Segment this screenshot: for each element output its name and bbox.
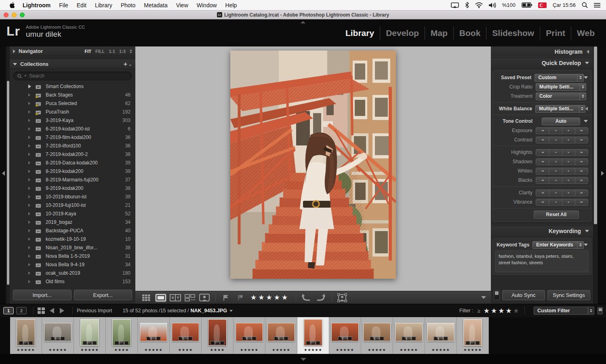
expand-collection-icon[interactable] — [28, 85, 32, 88]
keyword-badge-icon[interactable] — [210, 341, 215, 345]
quick-develop-header[interactable]: Quick Develop — [491, 58, 593, 68]
keyword-tags-mode-select[interactable]: Enter Keywords — [532, 241, 584, 249]
thumbnail-rating[interactable]: ★★★★★ — [265, 348, 297, 352]
decrease-large-button[interactable]: ◂◂ — [536, 137, 549, 143]
collection-name[interactable]: Old films — [46, 279, 65, 284]
right-panel-edge[interactable] — [598, 46, 606, 304]
collection-row[interactable]: Nova Bella 9-4-1934 — [10, 260, 135, 269]
increase-button[interactable]: ▸ — [562, 149, 575, 156]
collection-name[interactable]: Backstage-PUCA — [46, 228, 83, 234]
white-balance-section-caret-icon[interactable] — [585, 107, 588, 111]
collection-name[interactable]: Back Stages — [46, 92, 73, 98]
thumbnail-rating[interactable]: ★★★★★ — [42, 348, 74, 352]
thumbnail-rating[interactable]: ★★★★ — [170, 348, 201, 352]
thumbnail-photo[interactable] — [17, 319, 35, 346]
thumbnail-rating[interactable]: ★★★★★ — [10, 348, 42, 352]
increase-large-button[interactable]: ▸▸ — [575, 137, 588, 143]
collection-name[interactable]: Smart Collections — [46, 84, 84, 89]
menu-view[interactable]: View — [176, 2, 188, 8]
module-library[interactable]: Library — [340, 27, 380, 40]
expand-collection-icon[interactable] — [28, 127, 32, 130]
collection-name[interactable]: 6-2019-kodak200-ist — [46, 126, 90, 132]
close-window-button[interactable] — [4, 13, 8, 17]
stepper-icon[interactable] — [579, 105, 585, 112]
zoom-mode-1:3[interactable]: 1:3 — [119, 49, 126, 54]
expand-collection-icon[interactable] — [28, 93, 32, 97]
thumbnail-photo[interactable] — [363, 323, 391, 341]
collection-row[interactable]: 7-2019-kodak200-236 — [10, 150, 135, 158]
keyword-badge-icon[interactable] — [274, 337, 279, 341]
collection-row[interactable]: 2019_bogaz34 — [10, 218, 135, 226]
expand-collection-icon[interactable] — [28, 119, 32, 122]
collection-name[interactable]: Puca Selected — [46, 101, 77, 106]
filmstrip-filter-switch[interactable] — [598, 307, 603, 314]
develop-badge-icon[interactable] — [348, 337, 352, 341]
expand-collection-icon[interactable] — [28, 161, 32, 164]
filmstrip-thumbnail[interactable]: ★★★★★ — [42, 317, 74, 354]
toolbar-options-caret-icon[interactable] — [481, 296, 486, 299]
rotate-left-icon[interactable] — [300, 293, 312, 303]
module-print[interactable]: Print — [540, 27, 571, 40]
menu-photo[interactable]: Photo — [121, 2, 136, 8]
keyword-badge-icon[interactable] — [370, 337, 375, 341]
collection-name[interactable]: ocak_subt-2019 — [46, 270, 80, 276]
keyword-badge-icon[interactable] — [179, 337, 183, 341]
collection-row[interactable]: ocak_subt-2019180 — [10, 269, 135, 277]
expand-collection-icon[interactable] — [28, 246, 32, 249]
keyword-badge-icon[interactable] — [338, 337, 343, 341]
thumbnail-photo[interactable] — [80, 319, 99, 346]
thumbnail-photo[interactable] — [236, 323, 263, 341]
filmstrip-thumbnail[interactable]: ★★★★★ — [265, 317, 297, 354]
increase-large-button[interactable]: ▸▸ — [575, 177, 588, 183]
crop-badge-icon[interactable] — [375, 337, 379, 341]
filmstrip-thumbnail[interactable]: ★★★★★ — [329, 317, 361, 354]
go-to-grid-icon[interactable] — [38, 307, 45, 314]
increase-button[interactable]: ▸ — [562, 128, 575, 134]
develop-badge-icon[interactable] — [61, 337, 65, 341]
expand-collection-icon[interactable] — [28, 221, 32, 224]
auto-tone-button[interactable]: Auto — [542, 118, 580, 125]
keyword-badge-icon[interactable] — [466, 341, 470, 345]
crop-badge-icon[interactable] — [247, 337, 252, 341]
expand-collection-icon[interactable] — [28, 229, 32, 232]
collection-name[interactable]: 7-2019-ilford100 — [46, 143, 81, 149]
decrease-button[interactable]: ◂ — [549, 168, 562, 174]
loupe-view-button[interactable] — [155, 293, 167, 303]
filmstrip-thumbnail[interactable]: ★★★★★ — [234, 317, 265, 354]
thumbnail-rating[interactable]: ★★★★★ — [329, 348, 361, 352]
filmstrip-source[interactable]: Previous Import — [77, 308, 112, 314]
thumbnail-photo[interactable] — [331, 323, 359, 341]
bluetooth-icon[interactable] — [465, 2, 469, 8]
develop-badge-icon[interactable] — [444, 337, 448, 341]
keyword-badge-icon[interactable] — [434, 337, 438, 341]
increase-button[interactable]: ▸ — [562, 159, 575, 165]
develop-badge-icon[interactable] — [220, 341, 225, 345]
thumbnail-rating[interactable]: ★★★★★ — [393, 348, 425, 352]
keyword-tags-caret-icon[interactable] — [584, 244, 588, 246]
quick-develop-expander-icon[interactable] — [585, 62, 589, 64]
left-scroll-thumb[interactable] — [7, 81, 9, 285]
decrease-button[interactable]: ◂ — [549, 199, 562, 205]
expand-collection-icon[interactable] — [28, 280, 32, 283]
filmstrip-thumbnail[interactable]: ★★★★★ — [457, 317, 489, 354]
expand-collection-icon[interactable] — [28, 110, 32, 114]
spotlight-search-icon[interactable] — [582, 2, 588, 8]
crop-badge-icon[interactable] — [120, 341, 124, 345]
wifi-icon[interactable] — [475, 2, 483, 8]
module-book[interactable]: Book — [454, 27, 487, 40]
volume-icon[interactable] — [489, 2, 496, 8]
increase-button[interactable]: ▸ — [562, 177, 575, 183]
collection-row[interactable]: 7-2019-ilford10036 — [10, 141, 135, 150]
transform-tool-icon[interactable] — [336, 293, 348, 303]
collapse-top-panel-icon[interactable] — [301, 21, 305, 23]
collection-name[interactable]: 9-2019-kodak200 — [46, 185, 83, 191]
increase-large-button[interactable]: ▸▸ — [575, 199, 588, 205]
filmstrip-thumbnail[interactable]: ★★★★★ — [425, 317, 457, 354]
notification-center-icon[interactable] — [594, 3, 600, 8]
bottom-edge[interactable] — [0, 354, 606, 364]
develop-badge-icon[interactable] — [380, 337, 384, 341]
previous-photo-icon[interactable] — [50, 308, 54, 314]
collection-name[interactable]: 10-2019-fuji100-ist — [46, 202, 86, 208]
expand-collection-icon[interactable] — [28, 102, 32, 105]
collapse-filmstrip-icon[interactable] — [301, 358, 306, 361]
